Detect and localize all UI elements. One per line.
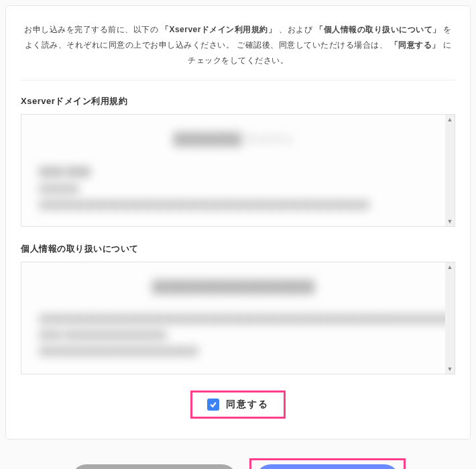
intro-bold-privacy: 「個人情報の取り扱いについて」 bbox=[315, 25, 441, 34]
intro-bold-terms: 「Xserverドメイン利用規約」 bbox=[161, 25, 277, 34]
privacy-section-title: 個人情報の取り扱いについて bbox=[21, 243, 455, 255]
agree-row: 同意する bbox=[21, 390, 455, 419]
submit-button[interactable]: 申し込む 〉 bbox=[255, 464, 400, 469]
terms-content-blurred: ████████ ドメイン ████ ████ ███████ ████████… bbox=[21, 115, 445, 226]
action-row: お支払い方法選択へ戻る 〉 申し込む 〉 bbox=[5, 458, 471, 469]
agree-highlight-box[interactable]: 同意する bbox=[190, 390, 286, 419]
terms-section-title: Xserverドメイン利用規約 bbox=[21, 95, 455, 107]
back-button[interactable]: お支払い方法選択へ戻る 〉 bbox=[71, 464, 237, 469]
agree-label: 同意する bbox=[226, 399, 269, 411]
scroll-down-icon[interactable]: ▼ bbox=[445, 217, 455, 226]
scroll-up-icon[interactable]: ▲ bbox=[445, 262, 455, 272]
intro-bold-agree: 「同意する」 bbox=[390, 40, 440, 50]
privacy-scrollbox[interactable]: ███████████████████ ████████████████████… bbox=[21, 262, 455, 374]
intro-text: お申し込みを完了する前に、以下の 「Xserverドメイン利用規約」 、および … bbox=[21, 22, 455, 81]
privacy-scrollbar[interactable]: ▲ ▼ bbox=[445, 262, 455, 374]
submit-highlight-box: 申し込む 〉 bbox=[249, 458, 406, 469]
check-icon bbox=[209, 401, 217, 409]
scroll-down-icon[interactable]: ▼ bbox=[445, 364, 455, 374]
terms-scrollbar[interactable]: ▲ ▼ bbox=[445, 115, 455, 226]
intro-mid1: 、および bbox=[279, 25, 312, 34]
terms-card: お申し込みを完了する前に、以下の 「Xserverドメイン利用規約」 、および … bbox=[5, 5, 471, 439]
privacy-content-blurred: ███████████████████ ████████████████████… bbox=[21, 262, 445, 374]
scroll-up-icon[interactable]: ▲ bbox=[445, 115, 455, 124]
intro-pre: お申し込みを完了する前に、以下の bbox=[24, 25, 158, 34]
terms-scrollbox[interactable]: ████████ ドメイン ████ ████ ███████ ████████… bbox=[21, 114, 455, 227]
agree-checkbox[interactable] bbox=[207, 399, 219, 411]
